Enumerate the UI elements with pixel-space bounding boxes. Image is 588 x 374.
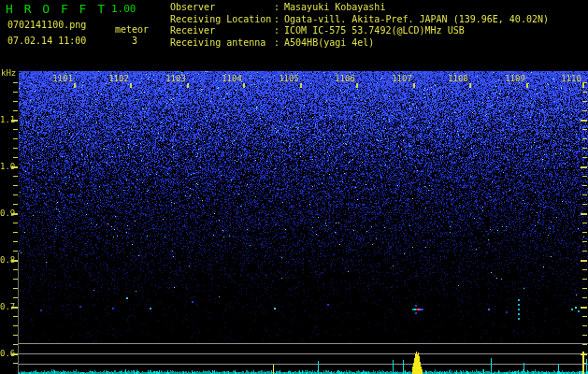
time-tick-label: 1102 xyxy=(107,74,131,83)
info-colon: : xyxy=(274,14,280,24)
freq-tick-label: 1.0 xyxy=(0,162,13,171)
freq-tick-label: 0.9 xyxy=(0,209,13,218)
info-value: Masayuki Kobayashi xyxy=(284,2,385,12)
freq-axis-unit: kHz xyxy=(1,68,16,78)
time-tick-label: 1107 xyxy=(390,74,414,83)
observation-datetime: 07.02.14 11:00 xyxy=(7,36,86,46)
observer-info-row: Receiver:ICOM IC-575 53.7492(@LCD)MHz US… xyxy=(170,25,549,37)
freq-tick-label: 0.7 xyxy=(0,302,13,311)
time-tick-label: 1108 xyxy=(446,74,470,83)
spectrogram-canvas xyxy=(0,0,588,374)
filename: 0702141100.png xyxy=(7,20,86,30)
echo-count: 3 xyxy=(132,36,137,46)
hrofft-output-image: H R O F F T 1.00 0702141100.png meteor 0… xyxy=(0,0,588,374)
observer-info-row: Receiving Location:Ogata-vill. Akita-Pre… xyxy=(170,14,549,26)
app-title: H R O F F T xyxy=(6,2,107,16)
time-tick-label: 1109 xyxy=(503,74,527,83)
info-colon: : xyxy=(274,25,280,36)
info-label: Receiving antenna xyxy=(170,37,274,50)
observer-info-row: Receiving antenna:A504HB(yagi 4el) xyxy=(170,37,549,50)
info-value: A504HB(yagi 4el) xyxy=(284,37,374,48)
app-version: 1.00 xyxy=(111,3,136,15)
freq-tick-label: 1.1 xyxy=(0,115,13,124)
freq-tick-label: 0.8 xyxy=(0,255,13,265)
observer-info-row: Observer:Masayuki Kobayashi xyxy=(170,2,549,14)
time-tick-label: 1105 xyxy=(277,74,301,83)
info-colon: : xyxy=(274,2,280,12)
time-tick-label: 1103 xyxy=(164,74,188,83)
freq-tick-label: 0.6 xyxy=(0,349,13,358)
time-tick-label: 1110 xyxy=(559,74,583,83)
info-colon: : xyxy=(274,37,280,48)
info-value: ICOM IC-575 53.7492(@LCD)MHz USB xyxy=(284,25,465,36)
time-tick-label: 1101 xyxy=(50,74,75,83)
info-label: Receiving Location xyxy=(170,14,274,26)
info-label: Observer xyxy=(170,2,274,14)
info-label: Receiver xyxy=(170,25,274,37)
time-tick-label: 1106 xyxy=(333,74,357,83)
observer-info-block: Observer:Masayuki Kobayashi Receiving Lo… xyxy=(170,2,549,49)
info-value: Ogata-vill. Akita-Pref. JAPAN (139.96E, … xyxy=(284,14,549,24)
observation-mode: meteor xyxy=(115,24,149,35)
time-tick-label: 1104 xyxy=(220,74,244,83)
